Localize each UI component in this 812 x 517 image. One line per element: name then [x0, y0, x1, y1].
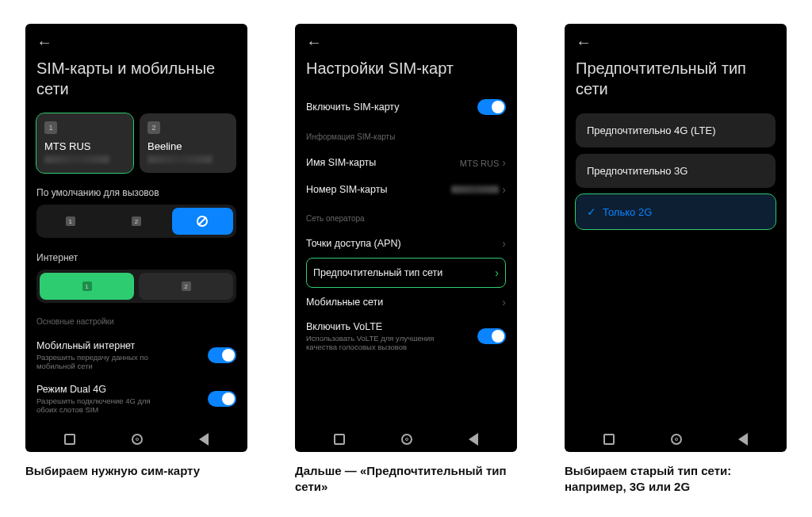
mobile-data-title: Мобильный интернет: [36, 340, 171, 351]
volte-toggle[interactable]: [477, 328, 506, 344]
sim-number-blur-2: [147, 155, 213, 163]
mobile-networks-row[interactable]: Мобильные сети ›: [306, 289, 506, 315]
sim-card-1[interactable]: 1 MTS RUS: [36, 113, 133, 173]
internet-seg-1[interactable]: 1: [40, 273, 134, 300]
mobile-data-toggle[interactable]: [208, 347, 236, 363]
back-icon[interactable]: ←: [36, 33, 56, 52]
option-2g[interactable]: ✓ Только 2G: [576, 194, 776, 229]
back-icon[interactable]: ←: [306, 33, 325, 52]
caption-3: Выбираем старый тип сети: например, 3G и…: [565, 463, 787, 496]
sim-card-2[interactable]: 2 Beeline: [140, 113, 236, 173]
preferred-network-label: Предпочтительный тип сети: [313, 267, 442, 278]
android-navbar: [36, 427, 236, 447]
home-icon[interactable]: [671, 434, 682, 445]
recents-icon[interactable]: [334, 434, 345, 445]
apn-row[interactable]: Точки доступа (APN) ›: [306, 231, 506, 256]
volte-title: Включить VoLTE: [306, 321, 441, 332]
back-icon[interactable]: ←: [576, 33, 595, 52]
sim-name-row[interactable]: Имя SIM-карты MTS RUS›: [306, 149, 506, 176]
calls-segment: 1 2: [36, 205, 236, 238]
calls-seg-2[interactable]: 2: [105, 208, 167, 235]
sim-name-value: MTS RUS: [460, 159, 500, 168]
recents-icon[interactable]: [64, 434, 75, 445]
option-4g-label: Предпочтительно 4G (LTE): [587, 124, 716, 136]
page-title: SIM-карты и мобильные сети: [36, 58, 236, 99]
phone-screen-3: ← Предпочтительный тип сети Предпочтител…: [565, 24, 787, 452]
calls-seg-ask[interactable]: [172, 208, 233, 235]
option-3g-label: Предпочтительно 3G: [587, 165, 688, 177]
chevron-right-icon: ›: [502, 156, 506, 169]
caption-1: Выбираем нужную сим-карту: [25, 463, 247, 479]
sim-number-blur-1: [44, 155, 109, 163]
internet-seg-2[interactable]: 2: [139, 273, 233, 300]
mobile-networks-label: Мобильные сети: [306, 297, 383, 308]
phone-screen-2: ← Настройки SIM-карт Включить SIM-карту …: [295, 24, 517, 452]
phone-screen-1: ← SIM-карты и мобильные сети 1 MTS RUS 2…: [25, 24, 247, 452]
volte-desc: Использовать VoLTE для улучшения качеств…: [306, 334, 441, 352]
preferred-network-row[interactable]: Предпочтительный тип сети ›: [306, 258, 506, 288]
dual-4g-title: Режим Dual 4G: [36, 384, 171, 395]
option-2g-label: Только 2G: [603, 206, 652, 218]
sim-badge-1: 1: [44, 121, 57, 134]
recents-icon[interactable]: [603, 434, 615, 445]
page-title: Предпочтительный тип сети: [576, 58, 776, 99]
sim-badge-2: 2: [147, 121, 160, 134]
internet-segment: 1 2: [36, 270, 236, 303]
chevron-right-icon: ›: [502, 183, 506, 196]
android-navbar: [306, 427, 506, 447]
operator-net-header: Сеть оператора: [306, 214, 506, 223]
caption-2: Дальше — «Предпочтительный тип сети»: [295, 463, 517, 496]
dual-4g-desc: Разрешить подключение 4G для обоих слото…: [36, 396, 171, 415]
sim-name-2: Beeline: [147, 140, 228, 152]
sim-name-label: Имя SIM-карты: [306, 157, 376, 168]
page-title: Настройки SIM-карт: [306, 58, 506, 79]
sim-name-1: MTS RUS: [44, 140, 125, 152]
sim-number-blur: [451, 186, 499, 193]
back-nav-icon[interactable]: [469, 433, 478, 446]
check-icon: ✓: [587, 205, 596, 218]
home-icon[interactable]: [132, 434, 143, 445]
sim2-icon: 2: [132, 216, 141, 226]
chevron-right-icon: ›: [502, 296, 506, 308]
calls-seg-1[interactable]: 1: [40, 208, 101, 235]
back-nav-icon[interactable]: [199, 433, 209, 446]
step-3: ← Предпочтительный тип сети Предпочтител…: [565, 24, 787, 496]
calls-default-label: По умолчанию для вызовов: [36, 187, 236, 198]
enable-sim-label: Включить SIM-карту: [306, 101, 399, 113]
sim-number-label: Номер SIM-карты: [306, 184, 387, 195]
chevron-right-icon: ›: [502, 237, 506, 250]
internet-label: Интернет: [36, 252, 236, 263]
sim-info-header: Информация SIM-карты: [306, 132, 506, 141]
main-settings-header: Основные настройки: [36, 317, 236, 326]
dual-4g-toggle[interactable]: [208, 391, 236, 407]
dual-4g-row[interactable]: Режим Dual 4G Разрешить подключение 4G д…: [36, 377, 236, 421]
sim1-icon: 1: [66, 216, 75, 226]
enable-sim-toggle[interactable]: [477, 99, 506, 115]
sim2-icon: 2: [182, 281, 191, 291]
no-default-icon: [197, 216, 208, 227]
volte-row[interactable]: Включить VoLTE Использовать VoLTE для ул…: [306, 315, 506, 358]
sim-number-row[interactable]: Номер SIM-карты ›: [306, 176, 506, 203]
mobile-data-row[interactable]: Мобильный интернет Разрешить передачу да…: [36, 334, 236, 377]
sim1-icon: 1: [82, 281, 92, 291]
back-nav-icon[interactable]: [738, 433, 748, 446]
apn-label: Точки доступа (APN): [306, 238, 401, 249]
chevron-right-icon: ›: [495, 266, 499, 279]
home-icon[interactable]: [401, 434, 412, 445]
mobile-data-desc: Разрешить передачу данных по мобильной с…: [36, 353, 171, 371]
option-3g[interactable]: Предпочтительно 3G: [576, 154, 776, 188]
step-1: ← SIM-карты и мобильные сети 1 MTS RUS 2…: [25, 24, 247, 496]
step-2: ← Настройки SIM-карт Включить SIM-карту …: [295, 24, 517, 496]
android-navbar: [576, 427, 776, 447]
sim-card-row: 1 MTS RUS 2 Beeline: [36, 113, 236, 173]
enable-sim-row[interactable]: Включить SIM-карту: [306, 93, 506, 121]
option-4g[interactable]: Предпочтительно 4G (LTE): [576, 113, 776, 147]
